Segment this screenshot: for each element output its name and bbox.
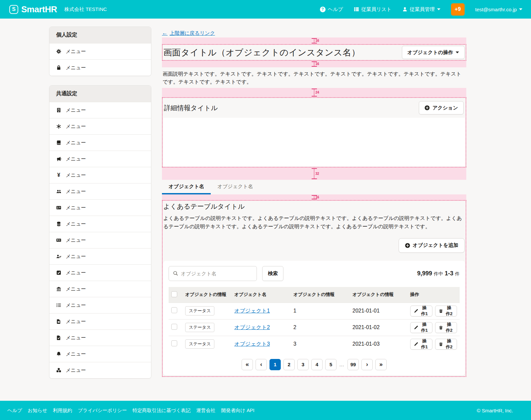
sidebar-item-menu[interactable]: メニュー — [49, 118, 151, 134]
file-check-icon — [56, 335, 61, 340]
database-icon — [56, 221, 61, 227]
tab-object-1[interactable]: オブジェクト名 — [162, 180, 211, 194]
select-row-checkbox[interactable] — [171, 307, 177, 313]
sidebar-item-menu[interactable]: メニュー — [49, 362, 151, 378]
sidebar-item-menu[interactable]: メニュー — [49, 43, 151, 59]
object-link[interactable]: オブジェクト2 — [234, 324, 270, 330]
action-button[interactable]: アクション — [419, 101, 464, 114]
notification-count-badge[interactable]: +9 — [451, 3, 465, 16]
sidebar-item-menu[interactable]: メニュー — [49, 264, 151, 281]
footer-link-privacy[interactable]: プライバシーポリシー — [78, 407, 127, 414]
sidebar-group-title: 個人設定 — [49, 27, 151, 43]
result-total: 9,999 — [417, 270, 432, 277]
sidebar-item-label: メニュー — [66, 172, 86, 178]
pagination-last-button[interactable]: » — [375, 359, 387, 370]
back-to-parent-link[interactable]: ← 上階層に戻るリンク — [162, 30, 215, 36]
pencil-icon — [414, 325, 418, 330]
sidebar-item-menu[interactable]: メニュー — [49, 183, 151, 199]
footer-link-operating-company[interactable]: 運営会社 — [196, 407, 215, 414]
sidebar-item-menu[interactable]: メニュー — [49, 199, 151, 216]
sidebar-item-menu[interactable]: メニュー — [49, 313, 151, 329]
object-date-cell: 2021-01-02 — [350, 319, 408, 336]
footer-link-terms[interactable]: 利用規約 — [53, 407, 72, 414]
header-employee-mgmt-dropdown[interactable]: 従業員管理 — [402, 6, 440, 13]
check-square-icon — [56, 270, 61, 275]
pagination-first-button[interactable]: « — [242, 359, 253, 370]
detail-section-title: 詳細情報タイトル — [164, 104, 218, 112]
account-dropdown[interactable]: test@smarthr.co.jp — [475, 7, 522, 12]
tab-object-2[interactable]: オブジェクト名 — [211, 180, 260, 194]
sidebar-item-menu[interactable]: メニュー — [49, 134, 151, 151]
footer-link-developer-api[interactable]: 開発者向け API — [221, 407, 254, 414]
object-actions-dropdown-button[interactable]: オブジェクトの操作 — [402, 46, 465, 59]
sidebar-item-menu[interactable]: ¥ メニュー — [49, 167, 151, 183]
smarthr-logo[interactable]: S SmartHR — [9, 4, 57, 15]
footer-link-help[interactable]: ヘルプ — [7, 407, 22, 414]
footer-link-commerce-law[interactable]: 特定商取引法に基づく表記 — [132, 407, 190, 414]
sidebar-item-menu[interactable]: メニュー — [49, 281, 151, 297]
delete-action-button[interactable]: 操作2 — [435, 306, 457, 316]
spacing-indicator: 16 — [162, 194, 466, 200]
pagination-page-3[interactable]: 3 — [297, 359, 309, 370]
pagination-prev-button[interactable]: ‹ — [256, 359, 267, 370]
delete-action-button[interactable]: 操作2 — [435, 339, 457, 350]
select-row-checkbox[interactable] — [171, 324, 177, 330]
search-button[interactable]: 検索 — [262, 266, 283, 281]
smarthr-logo-icon: S — [9, 5, 18, 14]
trash-icon — [439, 342, 443, 346]
table-row: ステータス オブジェクト1 1 2021-01-01 操作1 操作2 — [169, 303, 460, 319]
bell-icon — [56, 351, 61, 357]
edit-action-button[interactable]: 操作1 — [410, 322, 432, 333]
sidebar-item-label: メニュー — [66, 140, 86, 146]
pagination-page-2[interactable]: 2 — [283, 359, 295, 370]
spacing-value: 16 — [316, 196, 319, 199]
sidebar-item-menu[interactable]: メニュー — [49, 216, 151, 232]
search-field[interactable] — [169, 266, 257, 281]
search-input[interactable] — [181, 271, 253, 276]
app-footer: ヘルプ お知らせ 利用規約 プライバシーポリシー 特定商取引法に基づく表記 運営… — [0, 401, 531, 420]
pagination-page-5[interactable]: 5 — [325, 359, 337, 370]
action-button-label: アクション — [432, 105, 458, 111]
sidebar-item-menu[interactable]: メニュー — [49, 329, 151, 346]
select-all-checkbox[interactable] — [171, 291, 177, 297]
table-section-description: よくあるテーブルの説明テキストです。よくあるテーブルの説明テキストです。よくある… — [163, 214, 465, 231]
sidebar-item-label: メニュー — [66, 351, 86, 357]
detail-info-section: 詳細情報タイトル アクション — [162, 97, 466, 168]
edit-action-button[interactable]: 操作1 — [410, 339, 432, 350]
header-employee-list-label: 従業員リスト — [361, 6, 392, 13]
header-help-link[interactable]: ? ヘルプ — [320, 6, 343, 13]
sidebar-item-menu[interactable]: メニュー — [49, 248, 151, 264]
sidebar-item-menu[interactable]: メニュー — [49, 232, 151, 248]
object-link[interactable]: オブジェクト1 — [234, 308, 270, 314]
pagination-page-99[interactable]: 99 — [347, 359, 359, 370]
result-count: 9,999 件中 1-3 件 — [417, 270, 460, 277]
sidebar-item-menu[interactable]: メニュー — [49, 151, 151, 167]
column-header: オブジェクト名 — [232, 287, 291, 303]
list-icon — [354, 7, 359, 12]
object-info-cell: 1 — [291, 303, 350, 319]
sidebar-item-menu[interactable]: メニュー — [49, 346, 151, 362]
edit-action-button[interactable]: 操作1 — [410, 306, 432, 316]
pagination-page-4[interactable]: 4 — [311, 359, 323, 370]
pagination-next-button[interactable]: › — [361, 359, 373, 370]
pagination-page-1[interactable]: 1 — [269, 359, 281, 370]
sidebar-item-menu[interactable]: メニュー — [49, 59, 151, 76]
footer-link-news[interactable]: お知らせ — [28, 407, 47, 414]
object-info-cell: 3 — [291, 336, 350, 352]
column-header: オブジェクトの情報 — [183, 287, 232, 303]
select-row-checkbox[interactable] — [171, 340, 177, 346]
table-card: 検索 9,999 件中 1-3 件 オブジェクトの情報 オブジェクト名 — [163, 261, 465, 376]
add-object-button[interactable]: オブジェクトを追加 — [399, 238, 465, 253]
header-employee-list-link[interactable]: 従業員リスト — [354, 6, 392, 13]
object-link[interactable]: オブジェクト3 — [234, 341, 270, 347]
sidebar-item-label: メニュー — [66, 237, 86, 244]
lock-icon — [56, 65, 61, 70]
sidebar-item-menu[interactable]: メニュー — [49, 102, 151, 118]
users-icon — [56, 189, 61, 194]
page-title-block: 画面タイトル（オブジェクトのインスタンス名） オブジェクトの操作 — [162, 44, 466, 61]
sidebar-item-label: メニュー — [66, 48, 86, 55]
delete-action-button[interactable]: 操作2 — [435, 322, 457, 333]
back-link-label: 上階層に戻るリンク — [170, 30, 215, 36]
sidebar-item-menu[interactable]: メニュー — [49, 297, 151, 313]
sidebar-group-common: 共通設定 メニュー メニュー メニュー メニュー ¥ メニュー — [49, 85, 151, 379]
